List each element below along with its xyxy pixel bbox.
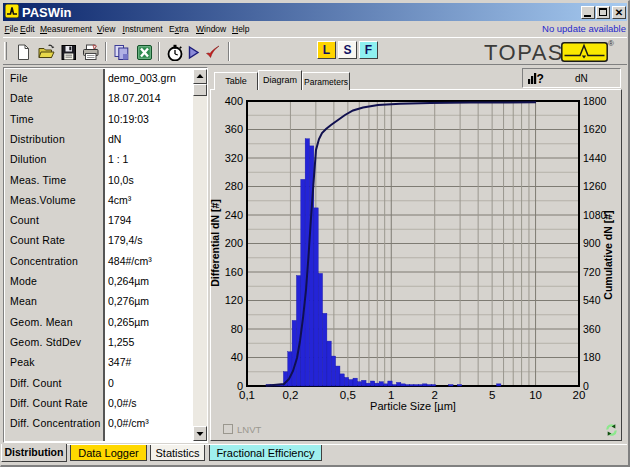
svg-text:0,5: 0,5: [340, 389, 356, 401]
svg-text:360: 360: [583, 323, 601, 335]
svg-text:2: 2: [432, 389, 438, 401]
svg-text:Cumulative dN [#]: Cumulative dN [#]: [602, 210, 614, 299]
svg-text:240: 240: [225, 209, 243, 221]
svg-text:0,2: 0,2: [282, 389, 298, 401]
svg-text:280: 280: [225, 180, 243, 192]
svg-text:360: 360: [225, 123, 243, 135]
svg-text:160: 160: [225, 266, 243, 278]
svg-text:10: 10: [529, 389, 542, 401]
svg-text:120: 120: [225, 294, 243, 306]
svg-text:720: 720: [583, 266, 601, 278]
svg-text:320: 320: [225, 152, 243, 164]
svg-text:Differential dN [#]: Differential dN [#]: [210, 199, 221, 287]
svg-text:40: 40: [231, 351, 243, 363]
svg-text:400: 400: [225, 95, 243, 107]
svg-text:0,1: 0,1: [239, 389, 255, 401]
svg-text:1440: 1440: [583, 152, 607, 164]
svg-text:1260: 1260: [583, 180, 607, 192]
svg-text:180: 180: [583, 351, 601, 363]
svg-text:Particle Size [µm]: Particle Size [µm]: [370, 400, 456, 412]
svg-text:5: 5: [489, 389, 495, 401]
svg-text:20: 20: [573, 389, 586, 401]
svg-text:1: 1: [388, 389, 394, 401]
svg-text:?: ?: [537, 72, 544, 85]
svg-text:900: 900: [583, 237, 601, 249]
svg-text:1620: 1620: [583, 123, 607, 135]
svg-text:540: 540: [583, 294, 601, 306]
svg-text:80: 80: [231, 323, 243, 335]
svg-text:1800: 1800: [583, 95, 607, 107]
svg-text:200: 200: [225, 237, 243, 249]
